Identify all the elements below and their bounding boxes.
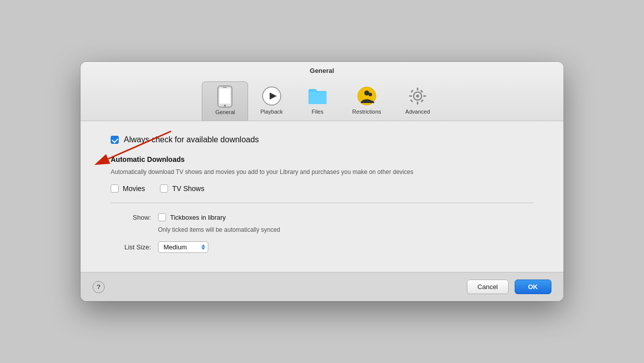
- always-check-label: Always check for available downloads: [124, 135, 259, 144]
- svg-rect-11: [417, 87, 419, 90]
- tickboxes-row: Show: Tickboxes in library: [111, 213, 533, 221]
- svg-rect-3: [223, 87, 227, 88]
- content-area: Always check for available downloads Aut…: [80, 121, 564, 272]
- tv-shows-checkbox-item: TV Shows: [160, 185, 204, 193]
- svg-rect-17: [420, 89, 423, 93]
- cancel-button[interactable]: Cancel: [467, 280, 508, 294]
- svg-point-7: [364, 90, 369, 96]
- auto-downloads-checkboxes: Movies TV Shows: [111, 185, 533, 193]
- playback-icon: [261, 85, 282, 107]
- tickboxes-checkbox[interactable]: [158, 213, 166, 221]
- tab-restrictions[interactable]: Restrictions: [340, 81, 393, 121]
- preferences-dialog: General General: [80, 62, 564, 301]
- title-bar: General General: [80, 62, 564, 121]
- tv-shows-label: TV Shows: [172, 185, 204, 193]
- movies-label: Movies: [123, 185, 145, 193]
- svg-rect-12: [417, 102, 419, 105]
- tv-shows-checkbox[interactable]: [160, 185, 168, 193]
- tab-advanced-label: Advanced: [406, 109, 430, 115]
- movies-checkbox-item: Movies: [111, 185, 145, 193]
- list-size-select[interactable]: Small Medium Large: [158, 241, 208, 253]
- section-divider: [111, 203, 533, 203]
- button-group: Cancel OK: [467, 280, 551, 294]
- show-label: Show:: [111, 214, 151, 221]
- list-size-row: List Size: Small Medium Large: [111, 241, 533, 253]
- svg-rect-18: [410, 99, 413, 102]
- tab-playback-label: Playback: [260, 109, 283, 115]
- toolbar: General Playback: [80, 78, 564, 121]
- help-button[interactable]: ?: [93, 281, 105, 293]
- svg-point-10: [416, 95, 419, 98]
- tickboxes-label: Tickboxes in library: [170, 214, 226, 221]
- bottom-bar: ? Cancel OK: [80, 272, 564, 301]
- tab-general[interactable]: General: [202, 81, 248, 121]
- svg-point-2: [224, 105, 226, 107]
- tab-files[interactable]: Files: [295, 81, 340, 121]
- always-check-checkbox[interactable]: [111, 136, 119, 144]
- svg-point-8: [368, 93, 372, 97]
- svg-rect-15: [411, 89, 414, 93]
- svg-rect-16: [421, 99, 424, 102]
- list-size-select-wrapper: Small Medium Large: [158, 241, 208, 253]
- tab-advanced[interactable]: Advanced: [393, 81, 442, 121]
- movies-checkbox[interactable]: [111, 185, 119, 193]
- svg-rect-13: [409, 96, 412, 97]
- svg-rect-1: [219, 88, 230, 104]
- list-size-label: List Size:: [111, 243, 151, 251]
- only-ticked-desc: Only ticked items will be automatically …: [158, 226, 533, 233]
- auto-downloads-desc: Automatically download TV shows and movi…: [111, 167, 493, 176]
- tab-general-label: General: [215, 109, 235, 115]
- files-icon: [307, 85, 328, 107]
- general-icon: [214, 86, 235, 107]
- tab-files-label: Files: [311, 109, 323, 115]
- auto-downloads-title: Automatic Downloads: [111, 155, 533, 163]
- tab-restrictions-label: Restrictions: [352, 109, 381, 115]
- restrictions-icon: [356, 85, 377, 107]
- always-check-row: Always check for available downloads: [111, 135, 533, 144]
- advanced-icon: [407, 85, 428, 107]
- dialog-title: General: [80, 67, 564, 74]
- auto-downloads-section: Automatic Downloads Automatically downlo…: [111, 155, 533, 193]
- svg-rect-14: [423, 96, 426, 97]
- tab-playback[interactable]: Playback: [248, 81, 295, 121]
- ok-button[interactable]: OK: [515, 280, 552, 294]
